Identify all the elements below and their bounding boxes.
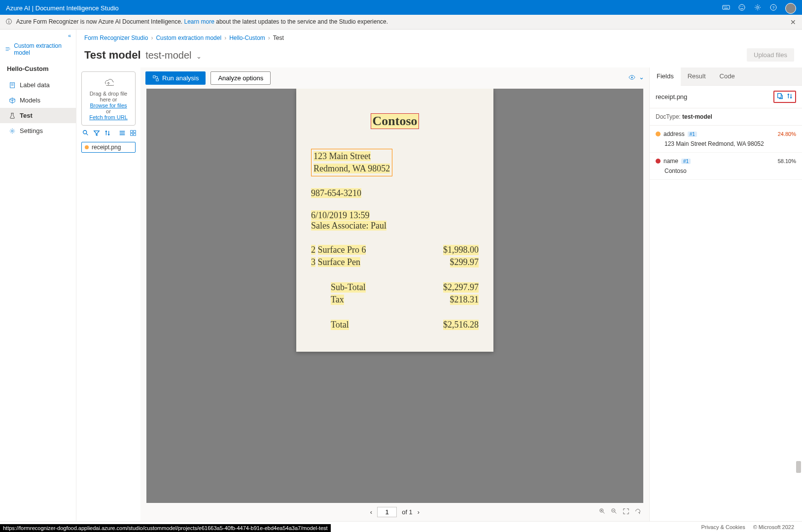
zoom-in-icon[interactable] — [599, 508, 606, 516]
svg-point-17 — [83, 131, 87, 134]
filter-icon[interactable] — [93, 130, 100, 138]
avatar[interactable] — [785, 3, 796, 14]
sort-icon[interactable] — [104, 130, 111, 138]
grid-view-icon[interactable] — [130, 130, 137, 138]
viewer-toolbar: Run analysis Analyze options ⌄ — [140, 67, 649, 89]
document-icon — [9, 82, 16, 89]
analyze-options-button[interactable]: Analyze options — [210, 71, 271, 85]
cube-icon — [9, 97, 16, 104]
svg-point-24 — [631, 77, 633, 78]
page-header: Test model test-model ⌄ Upload files — [76, 46, 802, 67]
svg-rect-3 — [726, 6, 726, 7]
breadcrumb: Form Recognizer Studio› Custom extractio… — [76, 30, 802, 46]
svg-point-7 — [740, 6, 741, 7]
browse-link[interactable]: Browse for files — [85, 102, 132, 108]
svg-rect-23 — [156, 78, 158, 80]
notice-prefix: Azure Form Recognizer is now Azure AI Do… — [16, 18, 184, 25]
zoom-out-icon[interactable] — [611, 508, 618, 516]
svg-point-9 — [757, 6, 759, 8]
svg-point-8 — [742, 6, 743, 7]
gear-icon — [9, 128, 16, 134]
results-filename: receipt.png — [656, 93, 687, 100]
eye-icon[interactable] — [628, 73, 636, 83]
breadcrumb-link[interactable]: Form Recognizer Studio — [84, 34, 148, 41]
viewer-panel: Run analysis Analyze options ⌄ Contoso 1… — [140, 67, 649, 521]
field-dot-icon — [656, 159, 661, 164]
file-tools — [81, 126, 136, 142]
chevron-down-icon[interactable]: ⌄ — [639, 73, 644, 83]
sidebar-section-label: Custom extraction model — [0, 38, 76, 60]
dropzone[interactable]: Drag & drop file here or Browse for file… — [81, 71, 136, 126]
field-dot-icon — [656, 132, 661, 136]
breadcrumb-link[interactable]: Custom extraction model — [156, 34, 221, 41]
download-icon[interactable] — [776, 93, 783, 101]
collapse-sidebar-icon[interactable]: « — [0, 33, 76, 38]
close-icon[interactable]: ✕ — [790, 18, 796, 26]
svg-rect-0 — [723, 5, 730, 9]
upload-files-button[interactable]: Upload files — [747, 48, 794, 62]
prev-page-icon[interactable]: ‹ — [370, 508, 372, 516]
scrollbar-thumb[interactable] — [796, 461, 801, 473]
svg-point-16 — [11, 130, 13, 132]
notice-bar: ⓘ Azure Form Recognizer is now Azure AI … — [0, 15, 802, 30]
svg-text:?: ? — [772, 5, 775, 10]
svg-rect-12 — [6, 47, 10, 48]
privacy-link[interactable]: Privacy & Cookies — [701, 524, 745, 530]
notice-suffix: about the latest updates to the service … — [216, 18, 388, 25]
svg-rect-4 — [727, 6, 727, 7]
results-panel: Fields Result Code receipt.png DocType: — [649, 67, 802, 521]
rotate-icon[interactable] — [634, 508, 641, 516]
viewer-footer: ‹ of 1 › — [140, 503, 649, 521]
top-bar: Azure AI | Document Intelligence Studio … — [0, 0, 802, 15]
tab-code[interactable]: Code — [713, 67, 742, 85]
help-icon[interactable]: ? — [769, 3, 777, 13]
tab-result[interactable]: Result — [681, 67, 713, 85]
list-view-icon[interactable] — [119, 130, 126, 138]
svg-rect-19 — [134, 131, 136, 133]
svg-rect-1 — [724, 6, 724, 7]
cloud-upload-icon — [103, 77, 114, 88]
breadcrumb-link[interactable]: Hello-Custom — [229, 34, 265, 41]
next-page-icon[interactable]: › — [418, 508, 419, 516]
search-icon[interactable] — [82, 130, 89, 138]
file-item[interactable]: receipt.png — [81, 142, 136, 153]
page-title: Test model — [84, 49, 141, 61]
gear-icon[interactable] — [754, 3, 762, 13]
fit-icon[interactable] — [623, 508, 629, 516]
sidebar-item-label-data[interactable]: Label data — [0, 77, 76, 93]
svg-rect-5 — [724, 8, 728, 8]
svg-rect-14 — [6, 50, 9, 51]
page-input[interactable] — [377, 507, 397, 517]
svg-rect-13 — [6, 49, 10, 49]
notice-link[interactable]: Learn more — [184, 18, 214, 25]
chevron-down-icon[interactable]: ⌄ — [196, 53, 202, 60]
sidebar-item-settings[interactable]: Settings — [0, 123, 76, 138]
field-row-address[interactable]: address #1 24.80% 123 Main Street Redmon… — [650, 126, 802, 153]
document-canvas[interactable]: Contoso 123 Main Street Redmond, WA 9805… — [146, 89, 643, 503]
svg-rect-20 — [131, 133, 133, 135]
file-panel: Drag & drop file here or Browse for file… — [76, 67, 140, 521]
left-sidebar: « Custom extraction model Hello-Custom L… — [0, 30, 76, 521]
app-title: Azure AI | Document Intelligence Studio — [6, 4, 119, 12]
sidebar-item-test[interactable]: Test — [0, 108, 76, 123]
flask-icon — [9, 112, 16, 119]
svg-rect-27 — [778, 94, 781, 98]
svg-point-6 — [739, 4, 745, 10]
field-row-name[interactable]: name #1 58.10% Contoso — [650, 153, 802, 180]
status-bar: https://formrecognizer-dogfood.appliedai… — [0, 524, 331, 532]
results-file-header: receipt.png — [650, 86, 802, 108]
svg-rect-18 — [131, 131, 133, 133]
status-dot-icon — [85, 145, 89, 149]
tab-fields[interactable]: Fields — [650, 67, 681, 86]
sidebar-item-models[interactable]: Models — [0, 93, 76, 108]
receipt-title: Contoso — [371, 113, 418, 129]
smiley-icon[interactable] — [738, 3, 746, 13]
svg-rect-22 — [153, 75, 155, 77]
breadcrumb-current: Test — [273, 34, 284, 41]
svg-rect-2 — [725, 6, 725, 7]
sort-icon[interactable] — [786, 93, 793, 101]
topbar-actions: ? — [722, 3, 796, 14]
run-analysis-button[interactable]: Run analysis — [145, 71, 206, 85]
fetch-url-link[interactable]: Fetch from URL — [85, 114, 132, 120]
keyboard-icon[interactable] — [722, 3, 730, 13]
